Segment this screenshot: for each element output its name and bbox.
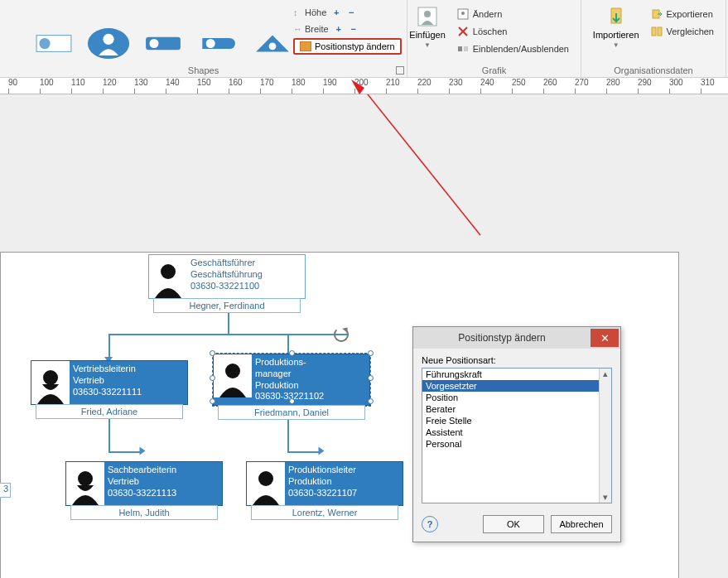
node-name: Hegner, Ferdinand [153,298,301,313]
ruler-tick: 270 [575,78,589,87]
help-button[interactable]: ? [422,516,438,532]
node-title: Geschäftsführer [190,258,263,269]
group-shapes: ▾ ↕ Höhe + − ↔ Breite + − Positionstyp ä… [0,0,407,77]
ruler-tick: 300 [669,78,683,87]
node-phone: 03630-33221111 [73,387,142,398]
shape-option-1[interactable] [36,29,72,57]
shapes-dialog-launcher[interactable] [396,66,404,75]
shape-option-2[interactable] [86,26,130,60]
group-grafik: Einfügen ▼ Ändern Löschen Einblenden/Aus… [407,0,581,77]
avatar [214,354,252,397]
avatar [66,462,104,505]
ruler-tick: 210 [386,78,400,87]
positionstyp-button[interactable]: Positionstyp ändern [293,38,402,55]
list-option[interactable]: Vorgesetzter [422,380,611,392]
ruler-tick: 150 [197,78,211,87]
node-name: Helm, Judith [70,505,218,520]
node-title: Produktions- manager [255,357,324,380]
node-name: Lorentz, Werner [251,505,398,520]
resize-handle[interactable] [210,375,215,381]
svg-rect-15 [464,46,468,51]
importieren-button[interactable]: Importieren ▼ [588,3,644,51]
shape-option-4[interactable] [200,29,236,57]
org-node-n2-selected[interactable]: Produktions- managerProduktion03630-3322… [213,354,370,421]
resize-handle[interactable] [289,398,295,404]
height-minus[interactable]: − [346,7,356,17]
height-plus[interactable]: + [331,7,341,17]
node-name: Friedmann, Daniel [218,405,365,420]
shape-option-3[interactable] [145,29,181,57]
svg-rect-17 [652,27,656,36]
dialog-positionstyp: Positionstyp ändern ✕ Neue Positionsart:… [412,326,621,542]
svg-line-24 [354,94,480,235]
positionstyp-label: Positionstyp ändern [315,41,395,51]
ruler-tick: 90 [8,78,17,87]
shape-option-5[interactable] [254,29,291,57]
svg-point-6 [205,39,215,48]
node-name: Fried, Adriane [36,404,183,419]
ruler-tick: 250 [512,78,526,87]
ruler-tick: 100 [40,78,54,87]
width-minus[interactable]: − [349,24,359,34]
loeschen-button[interactable]: Löschen [457,24,569,39]
dialog-label: Neue Positionsart: [422,355,612,365]
exportieren-button[interactable]: Exportieren [651,7,715,22]
ok-button[interactable]: OK [483,515,544,533]
svg-rect-14 [458,46,462,51]
ruler-tick: 140 [166,78,180,87]
list-option[interactable]: Führungskraft [422,368,611,380]
insert-button[interactable]: Einfügen ▼ [404,3,450,51]
node-title: Vertriebsleiterin [73,364,142,375]
svg-point-5 [149,39,158,48]
ruler-tick: 200 [354,78,369,87]
avatar [149,255,187,298]
ruler-tick: 290 [638,78,652,87]
org-node-n4[interactable]: ProduktionsleiterProduktion03630-3322110… [246,461,403,521]
avatar [31,361,70,404]
svg-point-19 [161,264,176,279]
resize-handle[interactable] [368,350,374,356]
resize-handle[interactable] [210,398,215,404]
list-option[interactable]: Position [422,392,611,403]
aendern-button[interactable]: Ändern [457,7,569,22]
resize-handle[interactable] [368,398,374,404]
svg-rect-18 [658,27,662,36]
group-orgdata: Importieren ▼ Exportieren Vergleichen Or… [581,0,726,77]
ruler-tick: 170 [260,78,274,87]
svg-point-20 [43,370,58,385]
node-dept: Vertrieb [73,375,142,387]
resize-handle[interactable] [368,375,374,381]
org-node-ceo[interactable]: GeschäftsführerGeschäftsführung03630-332… [148,254,306,314]
dialog-titlebar[interactable]: Positionstyp ändern ✕ [413,327,620,349]
insert-label: Einfügen [409,30,445,40]
scrollbar[interactable]: ▴▾ [599,368,611,503]
vergleichen-button[interactable]: Vergleichen [651,24,715,39]
ruler-tick: 110 [71,78,85,87]
ruler-tick: 260 [543,78,557,87]
group-label-orgdata: Organisationsdaten [581,65,726,75]
ruler-tick: 180 [292,78,306,87]
aendern-label: Ändern [473,9,502,19]
resize-handle[interactable] [289,350,295,356]
node-phone: 03630-33221107 [288,488,357,499]
position-listbox[interactable]: FührungskraftVorgesetzterPositionBerater… [422,368,612,503]
list-option[interactable]: Personal [422,438,611,450]
vergleichen-label: Vergleichen [667,26,715,36]
cancel-button[interactable]: Abbrechen [551,515,612,533]
node-dept: Geschäftsführung [190,269,263,281]
resize-handle[interactable] [210,350,215,356]
rotate-handle-icon[interactable] [334,327,349,342]
einblenden-button[interactable]: Einblenden/Ausblenden [457,41,569,56]
list-option[interactable]: Freie Stelle [422,415,611,426]
close-button[interactable]: ✕ [591,329,619,347]
org-node-n1[interactable]: VertriebsleiterinVertrieb03630-33221111 … [31,360,188,420]
height-control: ↕ Höhe + − [293,5,402,20]
node-title: Produktionsleiter [288,465,357,476]
partial-node: 3 [0,483,11,498]
width-plus[interactable]: + [334,24,344,34]
ruler-tick: 240 [480,78,494,87]
list-option[interactable]: Berater [422,403,611,415]
list-option[interactable]: Assistent [422,426,611,438]
group-label-shapes: Shapes [188,65,219,75]
org-node-n3[interactable]: SachbearbeiterinVertrieb03630-33221113 H… [65,461,223,521]
